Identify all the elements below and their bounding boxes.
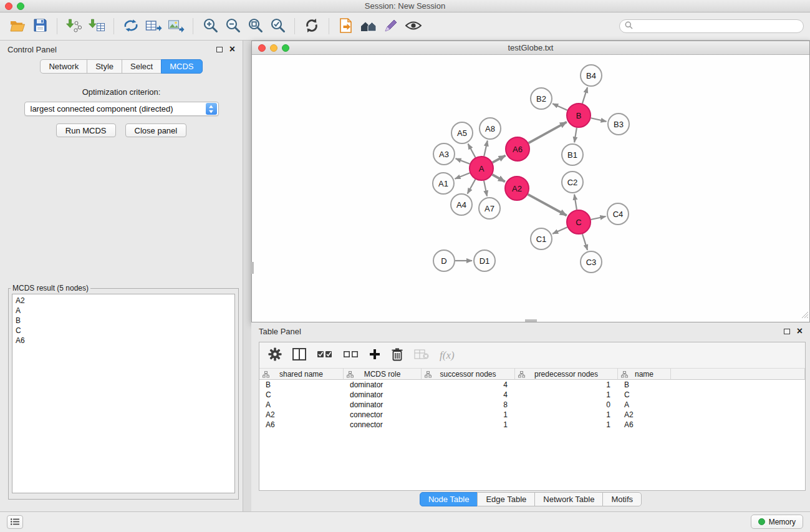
graph-node-A5[interactable]: A5 [451, 122, 473, 143]
graph-node-B3[interactable]: B3 [608, 114, 629, 135]
mcds-result-item[interactable]: A6 [16, 336, 231, 346]
tab-node-table[interactable]: Node Table [420, 492, 478, 506]
network-graph[interactable]: B4B2BB3A5A8A6B1A3AC2A1A2A4A7C4CC1C3DD1 [252, 55, 809, 322]
table-row[interactable]: A2connector11A2 [259, 410, 805, 420]
graph-edge-A-A5[interactable] [468, 144, 476, 158]
tab-edge-table[interactable]: Edge Table [477, 492, 535, 506]
splitter-handle-vertical[interactable] [251, 262, 254, 274]
table-cell[interactable]: B [259, 380, 344, 390]
table-cell[interactable]: C [259, 390, 344, 400]
graph-node-A2[interactable]: A2 [505, 177, 529, 200]
table-cell[interactable]: 1 [515, 420, 618, 430]
mcds-result-item[interactable]: A [16, 306, 231, 316]
show-panels-button[interactable] [7, 515, 23, 529]
show-columns-button[interactable] [292, 348, 306, 362]
graph-node-A6[interactable]: A6 [506, 137, 529, 161]
table-cell[interactable]: A2 [259, 410, 344, 420]
node-attribute-table[interactable]: shared nameMCDS rolesuccessor nodesprede… [259, 369, 805, 430]
graph-node-C3[interactable]: C3 [581, 251, 602, 273]
run-mcds-button[interactable]: Run MCDS [56, 123, 116, 137]
network-canvas[interactable]: B4B2BB3A5A8A6B1A3AC2A1A2A4A7C4CC1C3DD1 [252, 55, 809, 322]
graph-edge-C-C2[interactable] [574, 195, 577, 210]
graph-node-A1[interactable]: A1 [433, 173, 454, 194]
column-header-name[interactable]: name [618, 369, 671, 380]
criterion-dropdown[interactable]: largest connected component (directed) [24, 102, 219, 116]
network-window-titlebar[interactable]: testGlobe.txt [252, 41, 809, 55]
zoom-fit-button[interactable] [244, 16, 266, 37]
table-cell[interactable]: A2 [618, 410, 671, 420]
table-settings-button[interactable] [268, 347, 282, 363]
graph-node-C1[interactable]: C1 [531, 228, 552, 249]
table-row[interactable]: A6connector11A6 [259, 420, 805, 430]
table-cell[interactable]: dominator [344, 390, 422, 400]
graph-node-A4[interactable]: A4 [451, 194, 472, 215]
graph-node-B1[interactable]: B1 [562, 144, 583, 165]
table-cell[interactable]: 4 [422, 390, 515, 400]
mcds-result-item[interactable]: C [16, 326, 231, 336]
graph-edge-A-A6[interactable] [493, 155, 506, 162]
search-input[interactable] [636, 22, 798, 31]
table-cell[interactable]: 8 [422, 400, 515, 410]
graph-edge-A-A8[interactable] [484, 141, 487, 157]
graph-edge-A-A7[interactable] [484, 181, 487, 196]
zoom-selected-button[interactable] [266, 16, 289, 37]
graph-edge-A-A3[interactable] [456, 158, 470, 164]
graph-node-B4[interactable]: B4 [581, 65, 602, 86]
tab-mcds[interactable]: MCDS [161, 59, 202, 74]
table-cell[interactable]: A [259, 400, 344, 410]
graph-node-D1[interactable]: D1 [474, 250, 495, 271]
graph-edge-A-A4[interactable] [468, 180, 476, 194]
close-window-button[interactable] [5, 2, 12, 10]
table-cell[interactable]: 4 [422, 380, 515, 390]
search-box[interactable] [619, 19, 804, 33]
memory-button[interactable]: Memory [751, 515, 803, 529]
table-cell[interactable]: dominator [344, 400, 422, 410]
import-network-button[interactable] [63, 16, 85, 37]
mcds-result-item[interactable]: A2 [16, 296, 231, 306]
close-panel-button[interactable]: Close panel [125, 123, 187, 137]
table-cell[interactable]: 1 [515, 380, 618, 390]
zoom-out-button[interactable] [221, 16, 244, 37]
close-table-panel-icon[interactable]: × [797, 327, 803, 335]
export-network-button[interactable] [120, 16, 142, 37]
tab-select[interactable]: Select [122, 59, 162, 74]
graph-node-A[interactable]: A [470, 157, 493, 180]
close-panel-icon[interactable]: × [229, 46, 235, 53]
graph-node-B2[interactable]: B2 [531, 88, 552, 109]
graph-edge-A6-B[interactable] [529, 122, 567, 143]
import-table-button[interactable] [85, 16, 108, 37]
open-document-button[interactable] [335, 16, 357, 37]
table-cell[interactable]: 0 [515, 400, 618, 410]
export-image-button[interactable] [165, 16, 187, 37]
table-row[interactable]: Cdominator41C [259, 390, 805, 400]
table-row[interactable]: Adominator80A [259, 400, 805, 410]
graph-node-A7[interactable]: A7 [479, 198, 500, 219]
graph-edge-A-A2[interactable] [492, 175, 504, 181]
show-details-button[interactable] [402, 16, 425, 37]
graph-edge-B-B3[interactable] [591, 118, 607, 121]
table-cell[interactable]: connector [344, 410, 422, 420]
zoom-window-button[interactable] [17, 2, 24, 10]
graph-node-B[interactable]: B [567, 104, 591, 127]
graph-node-C4[interactable]: C4 [607, 203, 629, 225]
table-cell[interactable]: B [618, 380, 671, 390]
table-cell[interactable]: 1 [515, 410, 618, 420]
refresh-view-button[interactable] [301, 16, 323, 37]
graph-edge-A-A1[interactable] [455, 173, 470, 178]
graph-edge-A2-C[interactable] [528, 195, 567, 216]
table-cell[interactable]: 1 [422, 410, 515, 420]
tab-style[interactable]: Style [87, 59, 122, 74]
mcds-result-list[interactable]: A2ABCA6 [12, 294, 235, 493]
network-close-button[interactable] [258, 44, 266, 52]
apply-style-button[interactable] [380, 16, 402, 37]
save-session-button[interactable] [29, 16, 51, 37]
tab-network[interactable]: Network [40, 59, 87, 74]
graph-edge-B-B2[interactable] [552, 104, 567, 110]
float-table-panel-icon[interactable] [784, 329, 790, 334]
graph-node-C2[interactable]: C2 [562, 172, 583, 193]
network-minimize-button[interactable] [270, 44, 277, 52]
home-button[interactable] [357, 16, 380, 37]
table-cell[interactable]: C [618, 390, 671, 400]
tab-network-table[interactable]: Network Table [534, 492, 603, 506]
add-column-button[interactable] [369, 349, 380, 362]
